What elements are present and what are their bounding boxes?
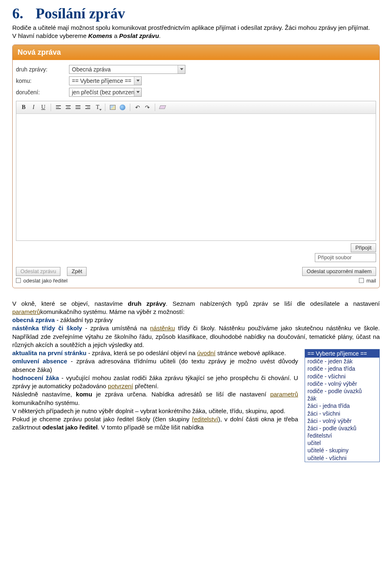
intro-suffix: . — [159, 32, 160, 39]
label-doruceni: doručení: — [16, 89, 69, 96]
mail-label: mail — [366, 278, 376, 284]
chevron-down-icon — [178, 65, 185, 73]
link-parametru[interactable]: parametrů — [12, 308, 40, 315]
intro-paragraph: Rodiče a učitelé mají možnost spolu komu… — [12, 24, 380, 40]
text: přečtení. — [133, 383, 159, 389]
explanatory-text: V okně, které se objeví, nastavíme druh … — [12, 300, 380, 462]
combo-druh-zpravy[interactable]: Obecná zpráva — [69, 65, 185, 74]
toolbar-separator — [105, 104, 105, 111]
combo-druh-value: Obecná zpráva — [69, 66, 178, 73]
text-style-icon[interactable]: T — [93, 103, 102, 112]
back-button[interactable]: Zpět — [67, 267, 87, 276]
text: komunikačního systému. Máme na výběr z m… — [40, 308, 184, 315]
chevron-down-icon — [134, 77, 141, 85]
editor-body[interactable] — [16, 114, 376, 240]
recipient-option[interactable]: učitel — [305, 439, 379, 447]
text-bold: odeslat jako ředitel — [42, 424, 98, 431]
text-bold: komu — [76, 391, 92, 398]
recipient-option[interactable]: rodiče - volný výběr — [305, 380, 379, 387]
eraser-icon[interactable] — [158, 103, 167, 112]
recipient-option[interactable]: rodiče - podle úvazků — [305, 387, 379, 395]
row-druh: druh zprávy: Obecná zpráva — [16, 65, 376, 74]
insert-image-icon[interactable] — [108, 103, 118, 112]
recipient-option[interactable]: učitelé - skupiny — [305, 447, 379, 454]
undo-icon[interactable]: ↶ — [133, 103, 143, 112]
combo-doruceni[interactable]: jen přečíst (bez potvrzení — [69, 88, 142, 97]
recipient-option[interactable]: žák — [305, 395, 379, 402]
text: V okně, které se objeví, nastavíme — [12, 300, 128, 307]
recipient-option[interactable]: ředitelství — [305, 432, 379, 439]
intro-mid: a — [112, 32, 119, 39]
heading-title: Posílání zpráv — [36, 5, 125, 22]
text: komunikačního systému. — [12, 399, 80, 406]
send-mail-button[interactable]: Odeslat upozornění mailem — [302, 267, 376, 276]
recipient-option[interactable]: rodiče - jedna třída — [305, 365, 379, 372]
align-justify-icon[interactable] — [73, 103, 83, 112]
attach-file-field[interactable]: Připojit soubor — [315, 253, 376, 262]
text-with-dropdown: aktualita na první stránku - zpráva, kte… — [12, 349, 380, 462]
redo-icon[interactable]: ↷ — [143, 103, 152, 112]
text: stránce webové aplikace. — [216, 349, 286, 356]
text: - zpráva, která se po odeslání objeví na — [87, 349, 197, 356]
app-window: Nová zpráva druh zprávy: Obecná zpráva k… — [12, 44, 380, 288]
checkbox-icon — [16, 278, 21, 283]
text: Pokud je chceme zprávu poslat jako ředit… — [12, 416, 192, 423]
combo-komu-value: == Vyberte příjemce == — [69, 78, 134, 84]
mail-checkbox[interactable]: mail — [359, 278, 376, 284]
align-left-icon[interactable] — [53, 103, 63, 112]
combo-doruceni-value: jen přečíst (bez potvrzení — [69, 89, 134, 96]
align-center-icon[interactable] — [63, 103, 73, 112]
send-as-director-checkbox[interactable]: odeslat jako ředitel — [16, 278, 87, 284]
text: V některých případech je nutno výběr dop… — [12, 407, 298, 415]
recipient-option[interactable]: učitelé - všichni — [305, 454, 379, 462]
text: - zpráva umístěná na — [82, 325, 150, 331]
text: je zpráva určena. Nabídka adresátů se li… — [92, 391, 270, 398]
attach-area: Připojit Připojit soubor — [13, 243, 379, 264]
editor-toolbar: B I U T ↶ ↷ — [16, 101, 376, 114]
link-parametru2[interactable]: parametrů — [270, 391, 298, 398]
insert-link-icon[interactable] — [118, 103, 127, 112]
text-bold: druh zprávy — [128, 300, 166, 307]
link-uvodni[interactable]: úvodní — [197, 349, 216, 356]
recipient-option[interactable]: rodiče - jeden žák — [305, 358, 379, 365]
text: Následně nastavíme, — [12, 391, 76, 398]
label-komu: komu: — [16, 78, 69, 84]
intro-line1: Rodiče a učitelé mají možnost spolu komu… — [12, 24, 370, 31]
bottom-bar: Odeslat zprávu Zpět odeslat jako ředitel… — [13, 264, 379, 288]
term-nastenka: nástěnka třídy či školy — [12, 325, 82, 331]
send-button[interactable]: Odeslat zprávu — [16, 267, 60, 276]
term-aktualita: aktualita na první stránku — [12, 349, 87, 356]
bold-icon[interactable]: B — [19, 103, 29, 112]
term-hodnoceni: hodnocení žáka — [12, 374, 59, 381]
app-title: Nová zpráva — [18, 48, 61, 56]
recipient-option-selected[interactable]: == Vyberte příjemce == — [305, 349, 379, 358]
toolbar-separator — [51, 104, 51, 111]
recipient-option[interactable]: žáci - všichni — [305, 410, 379, 417]
recipient-option[interactable]: žáci - jedna třída — [305, 402, 379, 409]
intro-komens: Komens — [88, 32, 112, 39]
combo-komu[interactable]: == Vyberte příjemce == — [69, 76, 142, 85]
recipient-option[interactable]: žáci - podle úvazků — [305, 425, 379, 432]
intro-poslat: Poslat zprávu — [119, 32, 159, 39]
align-right-icon[interactable] — [83, 103, 93, 112]
attach-button[interactable]: Připojit — [351, 243, 376, 252]
heading-number: 6. — [12, 5, 23, 22]
recipient-option[interactable]: žáci - volný výběr — [305, 417, 379, 425]
term-omluveni: omluvení absence — [12, 358, 67, 365]
form-area: druh zprávy: Obecná zpráva komu: == Vybe… — [13, 60, 379, 100]
text: . V tomto případě se může lišit nabídka — [98, 424, 203, 431]
italic-icon[interactable]: I — [29, 103, 38, 112]
underline-icon[interactable]: U — [38, 103, 48, 112]
section-heading: 6. Posílání zpráv — [12, 5, 380, 22]
row-doruceni: doručení: jen přečíst (bez potvrzení — [16, 88, 376, 97]
toolbar-separator — [155, 104, 155, 111]
toolbar-separator — [130, 104, 130, 111]
recipient-option[interactable]: rodiče - všichni — [305, 373, 379, 380]
link-nastenku[interactable]: nástěnku — [150, 325, 175, 331]
recipient-dropdown-list[interactable]: == Vyberte příjemce == rodiče - jeden žá… — [305, 349, 380, 462]
link-potvrzeni[interactable]: potvrzení — [108, 383, 133, 389]
link-reditelstvi[interactable]: ředitelství — [192, 416, 218, 423]
text: . Seznam nabízených typů zpráv se liší d… — [166, 300, 380, 307]
chevron-down-icon — [134, 88, 141, 96]
label-druh: druh zprávy: — [16, 66, 69, 73]
